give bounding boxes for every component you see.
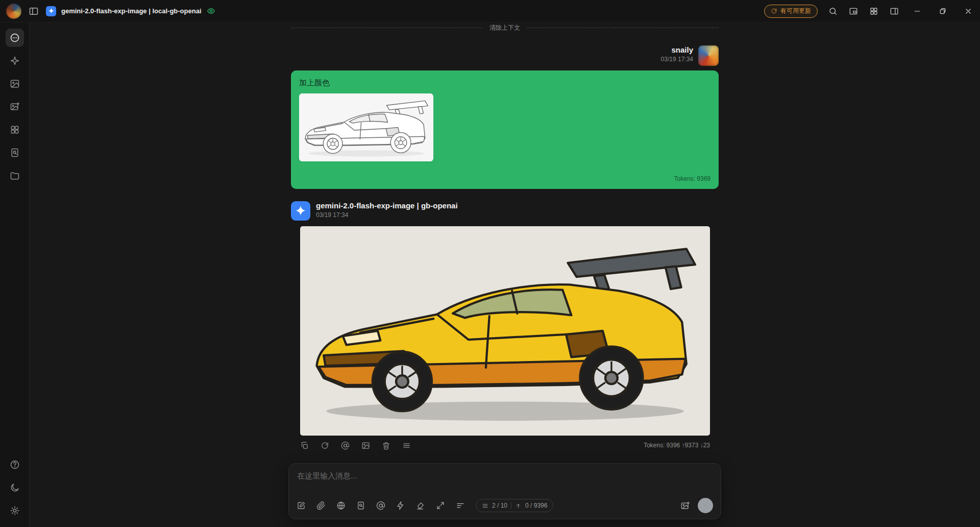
close-button[interactable] (957, 0, 980, 22)
search-icon (828, 7, 838, 16)
message-input-box: 在这里输入消息... 2 / 10 0 / 9396 (288, 463, 721, 519)
restore-button[interactable] (931, 0, 954, 22)
sidebar-nav (6, 29, 24, 185)
more-icon[interactable] (402, 441, 411, 450)
delete-icon[interactable] (382, 441, 390, 450)
sidebar-item-paintings[interactable] (6, 75, 24, 93)
apps-grid-button[interactable] (865, 2, 883, 20)
message-user: snaily 03/19 17:34 加上颜色 Tokens: 9369 (291, 45, 719, 189)
clear-context-icon[interactable] (416, 501, 425, 510)
collapse-toolbar-icon[interactable] (456, 501, 465, 510)
context-menu-icon (482, 502, 488, 509)
message-input[interactable]: 在这里输入消息... (297, 471, 713, 481)
knowledge-icon[interactable] (356, 501, 365, 510)
update-label: 有可用更新 (780, 7, 811, 15)
copy-icon[interactable] (300, 441, 309, 450)
assistant-avatar (291, 201, 310, 221)
send-arrow-icon (702, 502, 709, 510)
web-search-icon[interactable] (336, 501, 346, 510)
context-pill[interactable]: 2 / 10 0 / 9396 (476, 499, 553, 512)
mini-window-button[interactable] (844, 2, 863, 20)
mini-window-icon (849, 7, 858, 16)
export-image-icon[interactable] (361, 441, 370, 450)
sidebar-item-mini-apps[interactable] (6, 121, 24, 139)
mention-icon[interactable] (341, 441, 350, 450)
token-count: 0 / 9396 (525, 502, 547, 509)
attached-sketch-image[interactable] (299, 93, 433, 161)
user-message-bubble: 加上颜色 Tokens: 9369 (291, 70, 719, 189)
context-divider[interactable]: 清除上下文 (291, 23, 719, 32)
sidebar-item-settings[interactable] (6, 501, 24, 520)
sidebar-item-chat[interactable] (6, 29, 24, 47)
sidebar-item-knowledge[interactable] (6, 143, 24, 162)
car-colored-art (300, 226, 710, 436)
user-tokens-label: Tokens: 9369 (674, 175, 710, 182)
close-icon (964, 7, 972, 15)
minimize-button[interactable] (905, 0, 929, 22)
context-count: 2 / 10 (492, 502, 507, 509)
minimize-icon (913, 7, 921, 15)
model-sparkle-icon (48, 8, 55, 14)
sidebar (0, 22, 30, 527)
sidebar-footer (6, 456, 24, 520)
user-avatar (698, 45, 719, 66)
send-button[interactable] (698, 498, 713, 513)
titlebar: gemini-2.0-flash-exp-image | local-gb-op… (0, 0, 980, 22)
regenerate-icon[interactable] (321, 441, 329, 450)
new-topic-icon[interactable] (297, 501, 306, 510)
input-toolbar: 2 / 10 0 / 9396 (297, 498, 713, 513)
context-divider-label: 清除上下文 (489, 23, 520, 32)
sidebar-item-agents[interactable] (6, 52, 24, 70)
update-refresh-icon (771, 8, 777, 14)
user-message-text: 加上颜色 (299, 78, 710, 88)
assistant-tokens-label: Tokens: 9396 ↑9373 ↓23 (644, 442, 710, 449)
right-panel-toggle-button[interactable] (885, 2, 903, 20)
quick-phrase-icon[interactable] (396, 501, 405, 510)
sidebar-item-theme[interactable] (6, 478, 24, 497)
search-button[interactable] (824, 2, 842, 20)
assistant-sparkle-icon (295, 205, 307, 217)
user-profile-avatar[interactable] (6, 4, 21, 19)
mention-icon[interactable] (376, 501, 385, 510)
attach-icon[interactable] (316, 501, 326, 510)
update-available-button[interactable]: 有可用更新 (764, 5, 818, 18)
car-sketch-art (299, 93, 433, 161)
visibility-icon[interactable] (207, 7, 215, 15)
sidebar-toggle-icon[interactable] (29, 6, 39, 16)
restore-icon (939, 7, 947, 15)
token-arrow-icon (515, 502, 522, 509)
message-assistant: gemini-2.0-flash-exp-image | gb-openai 0… (291, 201, 719, 450)
image-plus-icon[interactable] (680, 501, 690, 511)
chat-area: 清除上下文 snaily 03/19 17:34 加上颜色 Tokens: 93… (30, 22, 980, 527)
sidebar-item-help[interactable] (6, 456, 24, 474)
expand-icon[interactable] (436, 501, 445, 510)
window-title: gemini-2.0-flash-exp-image | local-gb-op… (61, 7, 202, 15)
sidebar-item-image-generation[interactable] (6, 98, 24, 116)
generated-image[interactable] (300, 226, 710, 436)
sidebar-item-files[interactable] (6, 166, 24, 185)
assistant-message-time: 03/19 17:34 (316, 211, 458, 219)
message-toolbar: Tokens: 9396 ↑9373 ↓23 (300, 440, 710, 450)
assistant-author-name: gemini-2.0-flash-exp-image | gb-openai (316, 201, 458, 210)
apps-grid-icon (869, 7, 878, 16)
user-message-time: 03/19 17:34 (661, 56, 693, 63)
model-chip (46, 6, 56, 16)
user-author-name: snaily (661, 45, 693, 54)
right-panel-icon (890, 7, 899, 16)
